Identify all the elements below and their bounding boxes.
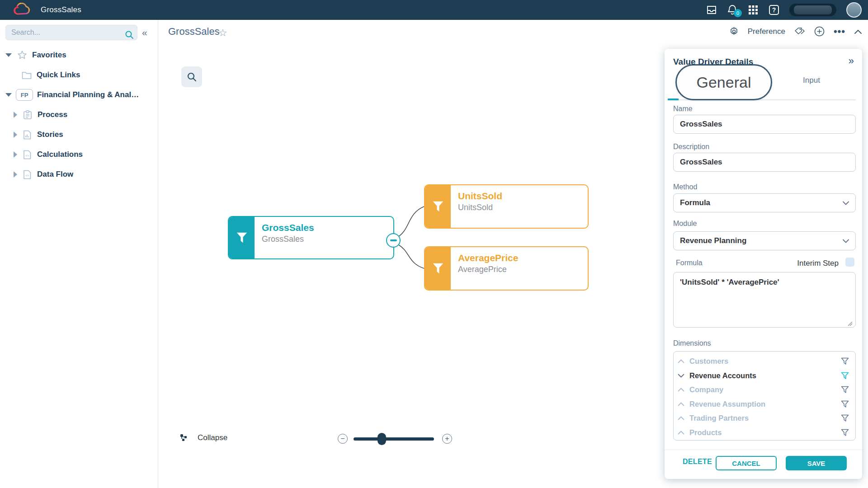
zoom-slider-thumb[interactable]: [377, 433, 386, 445]
node-title: GrossSales: [262, 222, 314, 233]
dimension-row-revenue-assumption[interactable]: Revenue Assumption: [678, 397, 849, 412]
collapse-label: Collapse: [198, 433, 227, 442]
name-field[interactable]: [673, 115, 856, 134]
dimension-row-trading-partners[interactable]: Trading Partners: [678, 411, 849, 426]
user-avatar[interactable]: [846, 2, 862, 18]
calculations-code-doc-icon: <>: [23, 150, 31, 160]
dimension-row-products[interactable]: Products: [678, 426, 849, 440]
chevron-down-icon: [843, 236, 849, 245]
method-value: Formula: [680, 198, 710, 207]
collapse-header-chevron-icon[interactable]: [854, 29, 862, 34]
interim-step-checkbox[interactable]: [845, 258, 854, 267]
description-field[interactable]: [673, 153, 856, 172]
active-tab-indicator: [668, 99, 679, 100]
caret-down-icon[interactable]: [5, 93, 12, 97]
tab-general-label: General: [697, 74, 751, 91]
top-bar: GrossSales 0 ?: [0, 0, 868, 20]
canvas-header: GrossSales ☆ Preference •••: [159, 20, 868, 46]
tab-input[interactable]: Input: [787, 76, 836, 85]
node-gross-sales[interactable]: GrossSales GrossSales: [228, 216, 394, 259]
filter-icon[interactable]: [841, 429, 849, 436]
name-label: Name: [673, 105, 693, 113]
preference-button[interactable]: Preference: [748, 27, 785, 36]
caret-right-icon[interactable]: [14, 131, 17, 138]
notification-count-badge: 0: [734, 9, 742, 17]
app-screen: GrossSales 0 ?: [0, 0, 868, 488]
sap-analytics-cloud-logo-icon[interactable]: [13, 3, 31, 17]
chevron-down-icon[interactable]: [678, 374, 686, 378]
value-driver-details-panel: Value Driver Details » Input General Nam…: [665, 49, 862, 479]
favorite-star-icon[interactable]: ☆: [218, 27, 227, 39]
sidebar-item-process[interactable]: Process: [0, 105, 158, 125]
chevron-up-icon[interactable]: [678, 402, 686, 406]
page-title: GrossSales: [168, 26, 220, 38]
notifications-bell-icon[interactable]: 0: [727, 5, 738, 15]
folder-icon: [22, 71, 32, 80]
node-subtitle: GrossSales: [262, 235, 314, 244]
sidebar-collapse-icon[interactable]: «: [142, 27, 147, 38]
caret-right-icon[interactable]: [14, 171, 17, 178]
chevron-down-icon: [843, 198, 849, 207]
node-units-sold[interactable]: UnitsSold UnitsSold: [424, 184, 589, 229]
search-input[interactable]: [5, 25, 137, 40]
zoom-slider[interactable]: [354, 437, 434, 441]
filter-icon-active[interactable]: [841, 372, 849, 380]
zoom-out-button[interactable]: −: [338, 434, 348, 444]
sidebar-item-data-flow[interactable]: <> Data Flow: [0, 164, 158, 184]
dimension-row-customers[interactable]: Customers: [678, 354, 849, 369]
interim-step-label: Interim Step: [797, 259, 839, 268]
sidebar-item-quick-links[interactable]: Quick Links: [0, 65, 158, 85]
formula-label: Formula: [676, 259, 703, 267]
filter-icon[interactable]: [841, 357, 849, 365]
search-icon[interactable]: [125, 30, 134, 41]
panel-collapse-icon[interactable]: »: [849, 55, 854, 67]
help-icon[interactable]: ?: [769, 5, 779, 15]
method-select[interactable]: Formula: [673, 193, 856, 212]
inbox-icon[interactable]: [706, 5, 717, 15]
sidebar-item-calculations[interactable]: <> Calculations: [0, 145, 158, 164]
filter-icon[interactable]: [841, 414, 849, 422]
collapse-all-button[interactable]: Collapse: [179, 433, 227, 442]
caret-right-icon[interactable]: [14, 112, 17, 118]
sidebar-item-favorites[interactable]: Favorites: [0, 45, 158, 65]
caret-right-icon[interactable]: [14, 151, 17, 158]
canvas-search-button[interactable]: [181, 66, 202, 87]
cancel-button[interactable]: CANCEL: [716, 456, 777, 470]
chevron-up-icon[interactable]: [678, 388, 686, 392]
svg-text:<>: <>: [25, 154, 29, 158]
add-icon[interactable]: [814, 26, 825, 37]
topbar-app-title: GrossSales: [41, 5, 81, 14]
collapse-children-button[interactable]: [386, 233, 401, 248]
chevron-up-icon[interactable]: [678, 359, 686, 363]
user-name-pill[interactable]: [789, 4, 836, 16]
gear-icon[interactable]: [729, 27, 739, 36]
delete-button[interactable]: DELETE: [683, 458, 712, 466]
funnel-icon: [425, 185, 451, 228]
chevron-up-icon[interactable]: [678, 416, 686, 420]
filter-icon[interactable]: [841, 386, 849, 394]
tab-general[interactable]: General: [675, 64, 772, 100]
stories-chart-doc-icon: [23, 130, 31, 140]
app-grid-icon[interactable]: [748, 5, 759, 15]
data-flow-doc-icon: <>: [23, 170, 31, 179]
node-title: UnitsSold: [458, 191, 502, 202]
footer-divider: [665, 450, 862, 450]
dimension-row-company[interactable]: Company: [678, 383, 849, 397]
zoom-in-button[interactable]: +: [442, 434, 452, 444]
tag-icon[interactable]: [794, 27, 805, 36]
node-average-price[interactable]: AveragePrice AveragePrice: [424, 246, 589, 291]
sidebar-item-financial-planning[interactable]: FP Financial Planning & Analy...: [0, 85, 158, 105]
more-options-icon[interactable]: •••: [834, 29, 845, 34]
funnel-icon: [425, 247, 451, 290]
sidebar-tree: Favorites Quick Links FP Financial Plann…: [0, 45, 158, 184]
save-button[interactable]: SAVE: [786, 456, 847, 470]
dimension-row-revenue-accounts[interactable]: Revenue Accounts: [678, 369, 849, 383]
caret-down-icon[interactable]: [5, 53, 12, 57]
sidebar-item-stories[interactable]: Stories: [0, 125, 158, 145]
filter-icon[interactable]: [841, 400, 849, 408]
node-subtitle: AveragePrice: [458, 265, 518, 274]
module-select[interactable]: Revenue Planning: [673, 231, 856, 250]
formula-textarea[interactable]: 'UnitsSold' * 'AveragePrice': [673, 272, 856, 328]
dimensions-label: Dimensions: [673, 339, 711, 347]
chevron-up-icon[interactable]: [678, 431, 686, 435]
